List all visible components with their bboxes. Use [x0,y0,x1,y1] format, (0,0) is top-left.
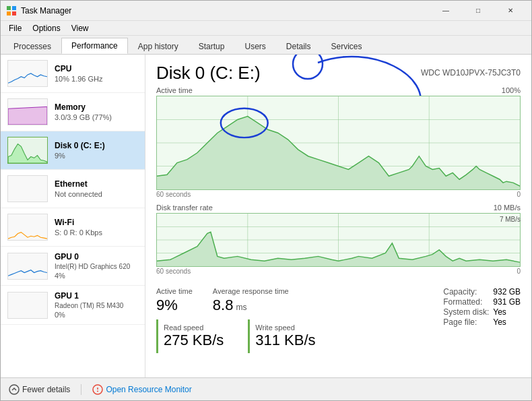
gpu1-thumb [7,292,48,319]
window-controls: — □ ✕ [430,1,526,21]
active-time-chart [156,96,521,190]
tab-users[interactable]: Users [234,38,275,54]
menu-view[interactable]: View [66,22,94,34]
capacity-grid: Capacity: 932 GB Formatted: 931 GB Syste… [443,287,521,327]
sidebar-item-cpu[interactable]: CPU 10% 1.96 GHz [1,55,145,93]
gpu0-thumb [7,253,48,280]
memory-thumb [7,98,48,125]
title-bar: Task Manager — □ ✕ [1,1,531,21]
svg-marker-4 [8,106,47,125]
detail-title: Disk 0 (C: E:) [156,63,261,84]
disk-thumb [7,137,48,164]
memory-info: Memory 3.0/3.9 GB (77%) [55,102,112,121]
chart1-time-left: 60 seconds [156,191,191,198]
sidebar-item-gpu0[interactable]: GPU 0 Intel(R) HD Graphics 620 4% [1,247,145,286]
menu-options[interactable]: Options [27,22,65,34]
detail-model: WDC WD10JPVX-75JC3T0 [421,68,521,78]
fewer-details-icon [9,384,20,395]
sidebar-item-ethernet[interactable]: Ethernet Not connected [1,170,145,208]
cpu-thumb [7,60,48,87]
sidebar-item-wifi[interactable]: Wi-Fi S: 0 R: 0 Kbps [1,208,145,247]
chart1-label-left: Active time [156,86,193,94]
chart2-label-left: Disk transfer rate [156,204,213,212]
chart1-time-right: 0 [517,191,521,198]
svg-rect-2 [7,11,11,16]
tab-startup[interactable]: Startup [189,38,235,54]
svg-rect-1 [12,6,16,10]
ethernet-info: Ethernet Not connected [55,179,102,198]
fewer-details-button[interactable]: Fewer details [9,384,70,395]
chart1-times: 60 seconds 0 [156,191,521,198]
menu-bar: File Options View [1,21,531,36]
footer-separator [81,384,81,395]
stats-capacity-row: Active time 9% Average response time 8.8… [156,280,521,353]
tab-processes[interactable]: Processes [3,38,61,54]
tab-performance[interactable]: Performance [61,38,128,54]
fewer-details-label: Fewer details [22,385,70,394]
detail-header-area: Disk 0 (C: E:) WDC WD10JPVX-75JC3T0 [156,63,521,84]
cpu-info: CPU 10% 1.96 GHz [55,64,103,83]
svg-point-26 [97,390,98,392]
chart2-times: 60 seconds 0 [156,268,521,275]
detail-panel: Disk 0 (C: E:) WDC WD10JPVX-75JC3T0 Acti… [145,55,531,377]
chart2-time-left: 60 seconds [156,268,191,275]
tab-app-history[interactable]: App history [128,38,189,54]
wifi-info: Wi-Fi S: 0 R: 0 Kbps [55,218,102,237]
sidebar: CPU 10% 1.96 GHz Memory 3.0/3.9 GB (77%) [1,55,145,377]
gpu1-info: GPU 1 Radeon (TM) R5 M430 0% [55,291,123,319]
active-time-stat: Active time 9% [156,287,193,314]
active-time-section: Active time 100% [156,86,521,198]
maximize-button[interactable]: □ [463,1,494,21]
chart2-label-right2: 7 MB/s [500,216,521,223]
chart1-labels: Active time 100% [156,86,521,94]
main-content: CPU 10% 1.96 GHz Memory 3.0/3.9 GB (77%) [1,55,531,377]
tab-details[interactable]: Details [276,38,321,54]
chart2-labels: Disk transfer rate 10 MB/s [156,204,521,212]
sidebar-item-gpu1[interactable]: GPU 1 Radeon (TM) R5 M430 0% [1,286,145,325]
window-title: Task Manager [21,6,430,16]
stats-left: Active time 9% Average response time 8.8… [156,280,432,353]
open-resource-monitor-label: Open Resource Monitor [106,385,191,394]
disk-transfer-chart [156,213,521,267]
task-manager-window: Task Manager — □ ✕ File Options View Pro… [0,0,532,401]
tabs-bar: Processes Performance App history Startu… [1,36,531,55]
svg-marker-5 [8,144,47,164]
svg-rect-0 [7,6,11,10]
main-stats: Active time 9% Average response time 8.8… [156,287,432,314]
gpu0-info: GPU 0 Intel(R) HD Graphics 620 4% [55,252,130,280]
svg-rect-3 [12,11,16,16]
footer: Fewer details Open Resource Monitor [1,377,531,400]
disk-transfer-section: Disk transfer rate 10 MB/s 7 MB/s [156,204,521,275]
sidebar-item-disk0[interactable]: Disk 0 (C: E:) 9% [1,131,145,170]
close-button[interactable]: ✕ [495,1,526,21]
minimize-button[interactable]: — [430,1,461,21]
tab-services[interactable]: Services [321,38,372,54]
open-resource-monitor-button[interactable]: Open Resource Monitor [92,384,191,395]
speed-stats: Read speed 275 KB/s Write speed 311 KB/s [156,319,432,353]
ethernet-thumb [7,175,48,202]
detail-header: Disk 0 (C: E:) WDC WD10JPVX-75JC3T0 [156,63,521,84]
wifi-thumb [7,214,48,241]
chart2-time-right: 0 [517,268,521,275]
chart1-label-right: 100% [502,86,521,94]
menu-file[interactable]: File [3,22,27,34]
avg-response-stat: Average response time 8.8 ms [213,287,289,314]
resource-monitor-icon [92,384,103,395]
write-speed-stat: Write speed 311 KB/s [248,319,323,353]
disk0-info: Disk 0 (C: E:) 9% [55,141,105,160]
chart2-label-right: 10 MB/s [494,204,521,212]
sidebar-item-memory[interactable]: Memory 3.0/3.9 GB (77%) [1,93,145,131]
read-speed-stat: Read speed 275 KB/s [156,319,232,353]
svg-point-23 [9,385,19,394]
app-icon [6,5,17,16]
